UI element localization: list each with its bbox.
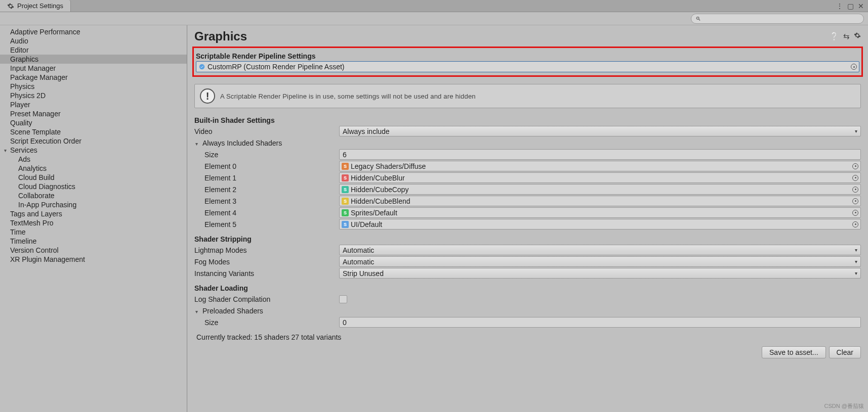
settings-icon[interactable]	[854, 32, 861, 41]
object-picker-icon[interactable]	[851, 64, 857, 70]
sidebar-item-physics[interactable]: Physics	[0, 82, 187, 91]
object-picker-icon[interactable]	[852, 221, 858, 227]
sidebar-item-graphics[interactable]: Graphics	[0, 55, 187, 64]
sidebar-item-version-control[interactable]: Version Control	[0, 246, 187, 255]
element-label: Element 5	[194, 220, 339, 228]
close-icon[interactable]: ✕	[858, 2, 864, 10]
inst-dropdown[interactable]: Strip Unused	[339, 268, 861, 279]
shader-badge-icon: S	[342, 174, 349, 181]
clear-button[interactable]: Clear	[829, 346, 861, 358]
sidebar-item-time[interactable]: Time	[0, 227, 187, 237]
sidebar-item-cloud-diagnostics[interactable]: Cloud Diagnostics	[0, 182, 187, 191]
shader-name: UI/Default	[351, 220, 382, 228]
title-bar: Project Settings ⋮ ▢ ✕	[0, 0, 868, 12]
inst-label: Instancing Variants	[194, 269, 339, 278]
sidebar-item-tags-and-layers[interactable]: Tags and Layers	[0, 209, 187, 218]
sidebar-item-package-manager[interactable]: Package Manager	[0, 73, 187, 82]
srp-section-title: Scriptable Render Pipeline Settings	[194, 52, 861, 60]
shader-name: Legacy Shaders/Diffuse	[351, 162, 426, 170]
sidebar-item-adaptive-performance[interactable]: Adaptive Performance	[0, 27, 187, 36]
sidebar-item-audio[interactable]: Audio	[0, 36, 187, 45]
shader-badge-icon: S	[342, 198, 349, 205]
sidebar-item-services[interactable]: Services	[0, 146, 187, 155]
sidebar-item-timeline[interactable]: Timeline	[0, 237, 187, 246]
asset-icon	[198, 63, 205, 70]
srp-asset-name: CustomRP (Custom Render Pipeline Asset)	[208, 63, 345, 71]
maximize-icon[interactable]: ▢	[847, 2, 854, 10]
object-picker-icon[interactable]	[852, 187, 858, 193]
video-label: Video	[194, 127, 339, 135]
help-icon[interactable]: ❔	[830, 32, 839, 41]
sidebar-item-input-manager[interactable]: Input Manager	[0, 64, 187, 73]
element-label: Element 0	[194, 162, 339, 170]
fog-dropdown[interactable]: Automatic	[339, 256, 861, 267]
sidebar-item-cloud-build[interactable]: Cloud Build	[0, 173, 187, 182]
search-row: 🔍︎	[0, 12, 868, 25]
loading-section-title: Shader Loading	[194, 284, 861, 292]
sidebar-item-in-app-purchasing[interactable]: In-App Purchasing	[0, 200, 187, 209]
shader-field-5[interactable]: SUI/Default	[339, 219, 861, 230]
object-picker-icon[interactable]	[852, 175, 858, 181]
sidebar-item-script-execution-order[interactable]: Script Execution Order	[0, 136, 187, 146]
lightmap-dropdown[interactable]: Automatic	[339, 245, 861, 255]
shader-field-0[interactable]: SLegacy Shaders/Diffuse	[339, 161, 861, 171]
search-box[interactable]: 🔍︎	[691, 14, 864, 24]
sidebar-item-scene-template[interactable]: Scene Template	[0, 127, 187, 136]
shader-name: Hidden/CubeCopy	[351, 186, 408, 194]
object-picker-icon[interactable]	[852, 163, 858, 169]
preloaded-size-input[interactable]: 0	[339, 317, 861, 328]
main-panel: Graphics ❔ ⇆ Scriptable Render Pipeline …	[187, 25, 868, 412]
page-title: Graphics	[194, 29, 247, 43]
sidebar-item-collaborate[interactable]: Collaborate	[0, 191, 187, 200]
shader-field-3[interactable]: SHidden/CubeBlend	[339, 196, 861, 206]
fog-label: Fog Modes	[194, 258, 339, 266]
element-label: Element 1	[194, 174, 339, 182]
shader-badge-icon: S	[342, 186, 349, 193]
svg-point-0	[199, 64, 205, 70]
sidebar-item-xr-plugin-management[interactable]: XR Plugin Management	[0, 255, 187, 264]
log-checkbox[interactable]	[339, 295, 347, 303]
search-icon: 🔍︎	[695, 16, 701, 22]
tab-label: Project Settings	[17, 2, 63, 10]
collapse-icon[interactable]: ⇆	[843, 32, 850, 41]
shader-field-4[interactable]: SSprites/Default	[339, 207, 861, 218]
shader-badge-icon: S	[342, 221, 349, 228]
srp-asset-field[interactable]: CustomRP (Custom Render Pipeline Asset)	[196, 61, 859, 72]
window-controls: ⋮ ▢ ✕	[836, 0, 868, 12]
preloaded-label[interactable]: Preloaded Shaders	[194, 307, 339, 315]
always-included-label[interactable]: Always Included Shaders	[194, 139, 339, 147]
sidebar-item-editor[interactable]: Editor	[0, 45, 187, 55]
object-picker-icon[interactable]	[852, 210, 858, 216]
shader-badge-icon: S	[342, 163, 349, 170]
stripping-section-title: Shader Stripping	[194, 235, 861, 243]
save-to-asset-button[interactable]: Save to asset...	[762, 346, 826, 358]
size-input[interactable]: 6	[339, 149, 861, 160]
sidebar-item-preset-manager[interactable]: Preset Manager	[0, 109, 187, 118]
kebab-icon[interactable]: ⋮	[836, 2, 843, 10]
preloaded-size-label: Size	[194, 318, 339, 327]
info-banner: ! A Scriptable Render Pipeline is in use…	[194, 84, 861, 108]
sidebar-item-textmesh-pro[interactable]: TextMesh Pro	[0, 218, 187, 227]
tab-project-settings[interactable]: Project Settings	[0, 0, 71, 12]
lightmap-label: Lightmap Modes	[194, 246, 339, 254]
srp-highlight: Scriptable Render Pipeline Settings Cust…	[192, 47, 863, 77]
search-input[interactable]	[703, 15, 859, 22]
shader-field-1[interactable]: SHidden/CubeBlur	[339, 172, 861, 183]
shader-field-2[interactable]: SHidden/CubeCopy	[339, 184, 861, 195]
sidebar-item-quality[interactable]: Quality	[0, 118, 187, 127]
sidebar: Adaptive PerformanceAudioEditorGraphicsI…	[0, 25, 187, 412]
sidebar-item-player[interactable]: Player	[0, 100, 187, 109]
video-dropdown[interactable]: Always include	[339, 126, 861, 136]
tracked-text: Currently tracked: 15 shaders 27 total v…	[196, 333, 861, 341]
object-picker-icon[interactable]	[852, 198, 858, 204]
sidebar-item-ads[interactable]: Ads	[0, 155, 187, 164]
element-label: Element 3	[194, 197, 339, 205]
log-label: Log Shader Compilation	[194, 295, 339, 303]
size-label: Size	[194, 151, 339, 159]
shader-name: Hidden/CubeBlend	[351, 197, 410, 205]
element-label: Element 4	[194, 209, 339, 217]
element-label: Element 2	[194, 186, 339, 194]
sidebar-item-physics-2d[interactable]: Physics 2D	[0, 91, 187, 100]
gear-icon	[7, 3, 14, 10]
sidebar-item-analytics[interactable]: Analytics	[0, 164, 187, 173]
